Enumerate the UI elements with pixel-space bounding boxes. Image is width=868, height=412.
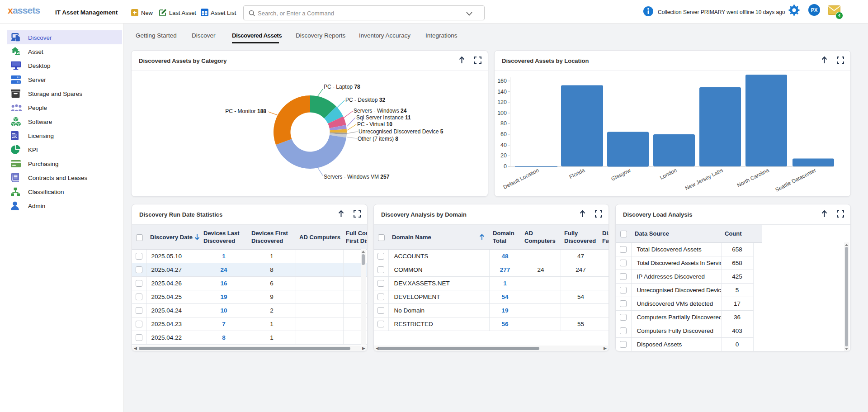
svg-text:40: 40: [500, 142, 507, 148]
svg-text:Other (7 items) 8: Other (7 items) 8: [358, 136, 398, 142]
svg-text:Sql Server Instance 11: Sql Server Instance 11: [356, 114, 411, 121]
svg-text:London: London: [659, 167, 678, 181]
svg-text:Servers - Windows 24: Servers - Windows 24: [354, 108, 407, 114]
svg-text:20: 20: [500, 152, 507, 159]
svg-text:PC - Virtual 10: PC - Virtual 10: [357, 121, 392, 128]
svg-text:Unrecognised Discovered Device: Unrecognised Discovered Device 5: [359, 128, 443, 135]
svg-text:Default Location: Default Location: [502, 167, 540, 190]
svg-text:Florida: Florida: [568, 167, 586, 180]
svg-text:120: 120: [497, 99, 507, 105]
svg-text:North Carolina: North Carolina: [736, 167, 770, 189]
svg-text:60: 60: [500, 131, 507, 137]
svg-text:PC - Monitor 188: PC - Monitor 188: [225, 108, 266, 114]
svg-text:Glasgow: Glasgow: [610, 167, 632, 182]
svg-text:PC - Desktop 32: PC - Desktop 32: [345, 97, 385, 103]
svg-text:Servers - Windows VM 257: Servers - Windows VM 257: [324, 174, 390, 180]
svg-text:0: 0: [504, 163, 507, 170]
svg-text:100: 100: [497, 110, 507, 116]
svg-text:PC - Laptop 78: PC - Laptop 78: [324, 84, 360, 90]
svg-text:140: 140: [497, 89, 507, 95]
svg-text:New Jersey Labs: New Jersey Labs: [684, 167, 724, 191]
svg-text:80: 80: [500, 120, 507, 127]
svg-text:Seattle Datacenter: Seattle Datacenter: [774, 167, 817, 193]
svg-text:160: 160: [497, 78, 507, 84]
